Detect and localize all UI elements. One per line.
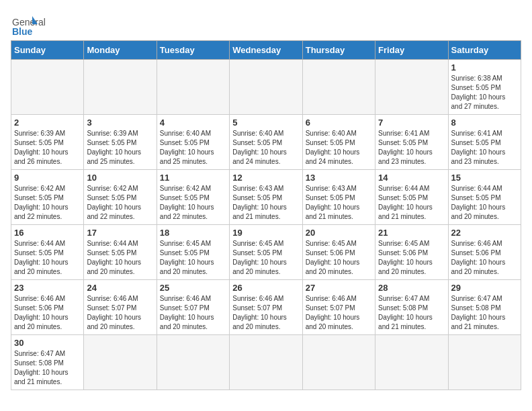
logo-icon: General Blue <box>11 11 58 38</box>
day-number: 8 <box>451 118 518 128</box>
calendar-cell: 19Sunrise: 6:45 AM Sunset: 5:05 PM Dayli… <box>230 225 302 280</box>
week-row-1: 1Sunrise: 6:38 AM Sunset: 5:05 PM Daylig… <box>11 60 521 115</box>
day-info: Sunrise: 6:46 AM Sunset: 5:07 PM Dayligh… <box>306 294 372 332</box>
calendar-cell <box>230 60 302 115</box>
calendar-cell: 30Sunrise: 6:47 AM Sunset: 5:08 PM Dayli… <box>11 335 84 390</box>
calendar-cell: 7Sunrise: 6:41 AM Sunset: 5:05 PM Daylig… <box>375 115 448 170</box>
day-info: Sunrise: 6:46 AM Sunset: 5:07 PM Dayligh… <box>160 294 226 332</box>
day-info: Sunrise: 6:42 AM Sunset: 5:05 PM Dayligh… <box>160 184 226 222</box>
day-info: Sunrise: 6:47 AM Sunset: 5:08 PM Dayligh… <box>14 349 81 387</box>
day-number: 10 <box>87 173 153 183</box>
day-info: Sunrise: 6:45 AM Sunset: 5:05 PM Dayligh… <box>160 239 226 277</box>
day-info: Sunrise: 6:42 AM Sunset: 5:05 PM Dayligh… <box>14 184 81 222</box>
calendar-cell: 3Sunrise: 6:39 AM Sunset: 5:05 PM Daylig… <box>84 115 157 170</box>
calendar-cell: 12Sunrise: 6:43 AM Sunset: 5:05 PM Dayli… <box>230 170 302 225</box>
logo: General Blue <box>11 11 58 38</box>
calendar-cell: 2Sunrise: 6:39 AM Sunset: 5:05 PM Daylig… <box>11 115 84 170</box>
day-info: Sunrise: 6:39 AM Sunset: 5:05 PM Dayligh… <box>87 129 153 167</box>
day-number: 20 <box>306 228 372 238</box>
day-number: 2 <box>14 118 81 128</box>
day-number: 16 <box>14 228 81 238</box>
day-number: 23 <box>14 283 81 293</box>
day-number: 1 <box>451 62 518 73</box>
calendar-cell <box>230 335 302 390</box>
calendar-cell: 15Sunrise: 6:44 AM Sunset: 5:05 PM Dayli… <box>448 170 521 225</box>
calendar-cell: 18Sunrise: 6:45 AM Sunset: 5:05 PM Dayli… <box>157 225 229 280</box>
calendar-cell: 16Sunrise: 6:44 AM Sunset: 5:05 PM Dayli… <box>11 225 84 280</box>
calendar-cell: 29Sunrise: 6:47 AM Sunset: 5:08 PM Dayli… <box>448 280 521 335</box>
calendar-cell: 13Sunrise: 6:43 AM Sunset: 5:05 PM Dayli… <box>302 170 375 225</box>
day-info: Sunrise: 6:40 AM Sunset: 5:05 PM Dayligh… <box>306 129 372 167</box>
day-info: Sunrise: 6:46 AM Sunset: 5:06 PM Dayligh… <box>14 294 81 332</box>
calendar-cell: 4Sunrise: 6:40 AM Sunset: 5:05 PM Daylig… <box>157 115 229 170</box>
day-info: Sunrise: 6:44 AM Sunset: 5:05 PM Dayligh… <box>451 184 518 222</box>
calendar-cell: 26Sunrise: 6:46 AM Sunset: 5:07 PM Dayli… <box>230 280 302 335</box>
calendar-cell: 10Sunrise: 6:42 AM Sunset: 5:05 PM Dayli… <box>84 170 157 225</box>
day-info: Sunrise: 6:47 AM Sunset: 5:08 PM Dayligh… <box>451 294 518 332</box>
day-number: 17 <box>87 228 153 238</box>
week-row-2: 2Sunrise: 6:39 AM Sunset: 5:05 PM Daylig… <box>11 115 521 170</box>
calendar-cell <box>84 60 157 115</box>
day-info: Sunrise: 6:40 AM Sunset: 5:05 PM Dayligh… <box>232 129 299 167</box>
page-header: General Blue <box>11 11 521 38</box>
calendar-cell: 28Sunrise: 6:47 AM Sunset: 5:08 PM Dayli… <box>375 280 448 335</box>
day-info: Sunrise: 6:44 AM Sunset: 5:05 PM Dayligh… <box>14 239 81 277</box>
day-number: 9 <box>14 173 81 183</box>
calendar-cell: 17Sunrise: 6:44 AM Sunset: 5:05 PM Dayli… <box>84 225 157 280</box>
day-info: Sunrise: 6:45 AM Sunset: 5:06 PM Dayligh… <box>306 239 372 277</box>
calendar-cell <box>84 335 157 390</box>
day-info: Sunrise: 6:44 AM Sunset: 5:05 PM Dayligh… <box>378 184 445 222</box>
day-info: Sunrise: 6:38 AM Sunset: 5:05 PM Dayligh… <box>451 74 518 111</box>
column-header-sunday: Sunday <box>11 41 84 60</box>
week-row-4: 16Sunrise: 6:44 AM Sunset: 5:05 PM Dayli… <box>11 225 521 280</box>
day-info: Sunrise: 6:47 AM Sunset: 5:08 PM Dayligh… <box>378 294 445 332</box>
day-info: Sunrise: 6:39 AM Sunset: 5:05 PM Dayligh… <box>14 129 81 167</box>
day-number: 3 <box>87 118 153 128</box>
column-header-thursday: Thursday <box>302 41 375 60</box>
calendar-header-row: SundayMondayTuesdayWednesdayThursdayFrid… <box>11 41 521 60</box>
day-number: 14 <box>378 173 445 183</box>
column-header-tuesday: Tuesday <box>157 41 229 60</box>
day-number: 12 <box>232 173 299 183</box>
day-number: 15 <box>451 173 518 183</box>
calendar-cell <box>375 335 448 390</box>
day-number: 30 <box>14 338 81 348</box>
calendar-cell: 25Sunrise: 6:46 AM Sunset: 5:07 PM Dayli… <box>157 280 229 335</box>
day-number: 11 <box>160 173 226 183</box>
day-info: Sunrise: 6:41 AM Sunset: 5:05 PM Dayligh… <box>451 129 518 167</box>
calendar-table: SundayMondayTuesdayWednesdayThursdayFrid… <box>11 40 521 390</box>
calendar-cell: 27Sunrise: 6:46 AM Sunset: 5:07 PM Dayli… <box>302 280 375 335</box>
day-number: 26 <box>232 283 299 293</box>
calendar-cell <box>302 60 375 115</box>
column-header-monday: Monday <box>84 41 157 60</box>
day-info: Sunrise: 6:40 AM Sunset: 5:05 PM Dayligh… <box>160 129 226 167</box>
day-number: 27 <box>306 283 372 293</box>
day-info: Sunrise: 6:45 AM Sunset: 5:06 PM Dayligh… <box>378 239 445 277</box>
day-info: Sunrise: 6:46 AM Sunset: 5:07 PM Dayligh… <box>87 294 153 332</box>
day-number: 22 <box>451 228 518 238</box>
column-header-saturday: Saturday <box>448 41 521 60</box>
day-number: 29 <box>451 283 518 293</box>
day-number: 13 <box>306 173 372 183</box>
svg-text:Blue: Blue <box>12 26 33 37</box>
day-info: Sunrise: 6:44 AM Sunset: 5:05 PM Dayligh… <box>87 239 153 277</box>
calendar-cell <box>375 60 448 115</box>
calendar-cell: 5Sunrise: 6:40 AM Sunset: 5:05 PM Daylig… <box>230 115 302 170</box>
calendar-cell: 23Sunrise: 6:46 AM Sunset: 5:06 PM Dayli… <box>11 280 84 335</box>
day-number: 4 <box>160 118 226 128</box>
calendar-cell: 20Sunrise: 6:45 AM Sunset: 5:06 PM Dayli… <box>302 225 375 280</box>
week-row-6: 30Sunrise: 6:47 AM Sunset: 5:08 PM Dayli… <box>11 335 521 390</box>
calendar-cell: 24Sunrise: 6:46 AM Sunset: 5:07 PM Dayli… <box>84 280 157 335</box>
day-info: Sunrise: 6:41 AM Sunset: 5:05 PM Dayligh… <box>378 129 445 167</box>
calendar-cell <box>157 60 229 115</box>
day-number: 5 <box>232 118 299 128</box>
calendar-cell: 9Sunrise: 6:42 AM Sunset: 5:05 PM Daylig… <box>11 170 84 225</box>
day-number: 24 <box>87 283 153 293</box>
column-header-wednesday: Wednesday <box>230 41 302 60</box>
column-header-friday: Friday <box>375 41 448 60</box>
day-info: Sunrise: 6:42 AM Sunset: 5:05 PM Dayligh… <box>87 184 153 222</box>
day-info: Sunrise: 6:46 AM Sunset: 5:06 PM Dayligh… <box>451 239 518 277</box>
day-info: Sunrise: 6:43 AM Sunset: 5:05 PM Dayligh… <box>306 184 372 222</box>
day-number: 19 <box>232 228 299 238</box>
day-number: 18 <box>160 228 226 238</box>
